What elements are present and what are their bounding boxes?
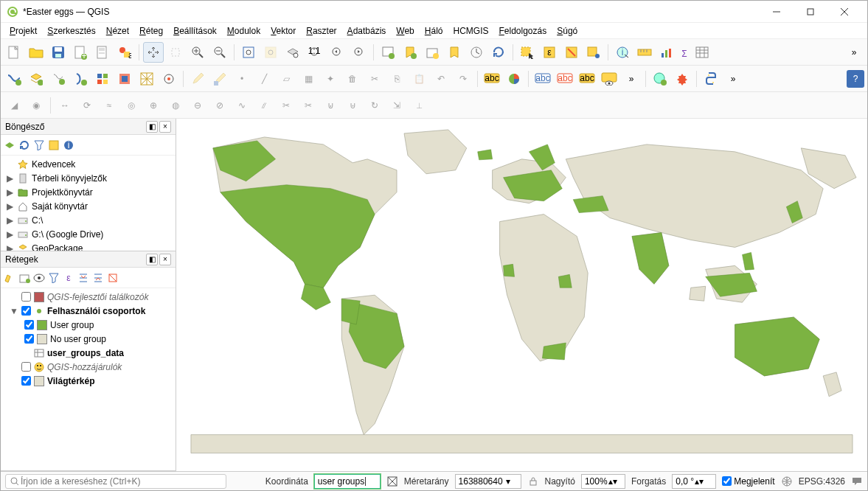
manage-visibility-icon[interactable] [33,272,45,284]
simplify-icon[interactable]: ≈ [99,95,119,116]
collapse-all-icon[interactable] [92,272,104,284]
cut-icon[interactable]: ✂ [364,69,385,89]
new-shapefile-icon[interactable] [48,69,69,89]
sum-icon[interactable]: Σ [678,46,690,59]
layer-row[interactable]: Világtérkép [1,374,176,388]
layers-undock-icon[interactable]: ◧ [146,254,158,265]
diagram-icon[interactable] [504,69,524,89]
maximize-button[interactable] [794,1,827,23]
zoom-in-icon[interactable] [187,42,208,63]
menu-modulok[interactable]: Modulok [223,24,265,38]
new-map-view-icon[interactable] [378,42,398,63]
layer-row[interactable]: ▼Felhasználói csoportok [1,304,176,318]
layers-close-icon[interactable]: × [159,254,171,265]
map-canvas[interactable] [176,119,867,471]
browser-undock-icon[interactable]: ◧ [146,121,158,133]
refresh-icon[interactable] [466,42,487,63]
crs-icon[interactable] [781,476,793,487]
toggle-extents-icon[interactable] [386,476,398,487]
deselect-icon[interactable] [561,42,582,63]
pan-icon[interactable] [143,42,164,63]
enable-tracing-icon[interactable]: ◉ [26,95,46,116]
identify-icon[interactable]: i [612,42,633,63]
delete-part-icon[interactable]: ⊘ [209,95,230,116]
layers-panel-header[interactable]: Rétegek ◧ × [1,251,176,268]
add-vector-icon[interactable] [4,69,24,89]
spatial-bookmarks-icon[interactable] [444,42,465,63]
zoom-last-icon[interactable] [327,42,347,63]
plugin-manager-icon[interactable] [672,69,692,89]
layer-visibility-checkbox[interactable] [21,306,31,316]
pan-to-selection-icon[interactable] [165,42,186,63]
browser-item[interactable]: ▶Saját könyvtár [1,199,176,213]
zoom-native-icon[interactable]: 1:1 [305,42,325,63]
delete-selected-icon[interactable]: 🗑 [342,69,363,89]
crs-text[interactable]: EPSG:4326 [799,476,845,487]
browser-filter-icon[interactable] [33,139,45,151]
zoom-next-icon[interactable] [349,42,369,63]
menu-sugo[interactable]: Súgó [552,24,582,38]
menu-szerkesztes[interactable]: Szerkesztés [43,24,100,38]
label-show-icon[interactable] [599,69,619,89]
layer-styling-icon[interactable] [4,272,15,284]
minimize-button[interactable] [760,1,794,23]
new-memory-icon[interactable] [114,69,135,89]
render-checkbox[interactable] [722,476,732,486]
menu-vektor[interactable]: Vektor [266,24,300,38]
filter-legend-icon[interactable] [48,272,60,284]
select-by-value-icon[interactable]: ε [539,42,560,63]
new-print-layout-icon[interactable]: + [70,42,91,63]
paste-icon[interactable]: 📋 [409,69,429,89]
delete-ring-icon[interactable]: ⊖ [187,95,208,116]
layer-row[interactable]: user_groups_data [1,346,176,360]
magnifier-input[interactable]: 100%▴▾ [581,474,625,489]
browser-item[interactable]: Kedvencek [1,157,176,171]
open-project-icon[interactable] [26,42,46,63]
temporal-controller-icon[interactable] [422,42,442,63]
layer-row[interactable]: User group [1,318,176,332]
new-virtual-icon[interactable] [92,69,113,89]
menu-reteg[interactable]: Réteg [135,24,167,38]
offset-point-icon[interactable]: ⇲ [386,95,407,116]
add-point-icon[interactable]: • [232,69,252,89]
copy-icon[interactable]: ⎘ [386,69,407,89]
edit-pencil-icon[interactable] [187,69,208,89]
menu-halo[interactable]: Háló [420,24,448,38]
layer-visibility-checkbox[interactable] [21,292,31,302]
menu-adatbazis[interactable]: Adatbázis [343,24,391,38]
layer-visibility-checkbox[interactable] [21,362,31,372]
render-toggle[interactable]: Megjelenít [722,476,774,487]
browser-item[interactable]: ▶Projektkönyvtár [1,185,176,199]
split-parts-icon[interactable]: ✂ [298,95,319,116]
expression-filter-icon[interactable]: ε [63,272,74,284]
trim-extend-icon[interactable]: ⟂ [409,95,429,116]
python-console-icon[interactable] [701,69,721,89]
scale-input[interactable]: 163880640▾ [455,474,521,489]
reload-icon[interactable] [488,42,509,63]
browser-refresh-icon[interactable] [18,139,30,151]
attribute-table-icon[interactable] [692,42,712,63]
label-move-icon[interactable]: abc [532,69,553,89]
help-icon[interactable]: ? [847,70,864,88]
new-bookmark-icon[interactable] [400,42,420,63]
add-group-icon[interactable] [18,272,30,284]
layer-visibility-checkbox[interactable] [24,320,34,330]
menu-feldolgozas[interactable]: Feldolgozás [494,24,551,38]
layer-row[interactable]: QGIS-hozzájárulók [1,360,176,374]
new-project-icon[interactable] [4,42,24,63]
merge-features-icon[interactable]: ⊍ [320,95,341,116]
undo-icon[interactable]: ↶ [431,69,451,89]
merge-attrs-icon[interactable]: ⊎ [342,95,363,116]
browser-item[interactable]: ▶Térbeli könyvjelzők [1,171,176,185]
redo-icon[interactable]: ↷ [453,69,473,89]
cad-tools-icon[interactable]: ◢ [4,95,24,116]
new-mesh-icon[interactable] [136,69,157,89]
save-edits-icon[interactable] [209,69,230,89]
menu-raszter[interactable]: Raszter [302,24,341,38]
rotate-feature-icon[interactable]: ⟳ [77,95,97,116]
select-features-icon[interactable] [517,42,538,63]
lock-scale-icon[interactable] [527,476,539,487]
save-project-icon[interactable] [48,42,69,63]
coordinate-input[interactable]: user groups [314,474,381,489]
add-ring-icon[interactable]: ◎ [121,95,142,116]
